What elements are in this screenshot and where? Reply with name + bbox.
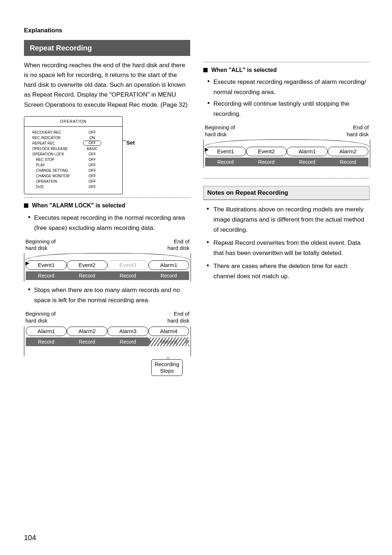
event-segment: Alarm2 — [67, 327, 108, 336]
all-bullet: Recording will continue lastingly until … — [213, 99, 369, 119]
menu-value: OFF — [83, 173, 101, 179]
alarm-lock-title: When "ALARM LOCK" is selected — [32, 202, 125, 210]
note-item: Repeat Record overwrites from the oldest… — [213, 238, 369, 258]
label-begin: Beginning of hard disk — [25, 238, 56, 252]
diagram-alarmlock-1: Beginning of hard disk End of hard disk … — [24, 238, 191, 282]
event-segment: Alarm3 — [107, 327, 148, 336]
notes-heading: Notes on Repeat Recording — [203, 186, 369, 200]
alarm-lock-heading: When "ALARM LOCK" is selected — [24, 202, 190, 210]
record-bar: Record — [328, 158, 369, 166]
label-end: End of hard disk — [167, 238, 189, 252]
divider — [203, 62, 369, 62]
all-bullet: Execute repeat recording regardless of a… — [213, 77, 369, 97]
menu-label: OPELOCK RELEASE — [32, 146, 83, 151]
menu-value: OFF — [83, 151, 101, 157]
menu-value: OFF — [83, 141, 101, 146]
menu-label: OPERATION LOCK — [32, 151, 83, 157]
event-segment: Event2 — [67, 260, 108, 270]
alarm-lock-bullet: Executes repeat recording in the normal … — [34, 213, 190, 233]
all-title: When "ALL" is selected — [211, 66, 277, 74]
event-segment: Alarm1 — [148, 260, 189, 270]
record-bar: Record — [287, 158, 328, 166]
event-segment: Event2 — [246, 147, 287, 156]
set-connector — [122, 141, 126, 141]
all-heading: When "ALL" is selected — [203, 66, 369, 74]
menu-row: DVDOFF — [32, 184, 117, 190]
record-bar: Record — [26, 271, 67, 280]
note-item: There are cases where the deletion time … — [213, 261, 369, 281]
menu-label: REC INDICATOR — [32, 135, 83, 141]
recording-stops-bubble: Recording Stops — [151, 359, 183, 376]
menu-value: OFF — [83, 184, 101, 190]
event-segment: Alarm4 — [148, 327, 189, 336]
intro-paragraph: When recording reaches the end of the ha… — [24, 60, 190, 110]
alarm-lock-bullet-2: Stops when there are too many alarm reco… — [34, 285, 190, 305]
menu-label: OPERATION — [32, 179, 83, 184]
record-bar: Record — [67, 271, 108, 280]
record-bar: Record — [26, 337, 67, 346]
menu-label: REPEAT REC — [32, 141, 83, 146]
record-bar: Record — [148, 271, 189, 280]
menu-label: CHANGE SETTING — [32, 168, 83, 173]
record-bar: Record — [107, 271, 148, 280]
divider — [24, 197, 190, 198]
diagram-all: Beginning of hard disk End of hard disk … — [203, 124, 370, 168]
playhead-icon: ▶ — [25, 260, 29, 267]
event-segment: Event3 — [107, 260, 148, 270]
menu-label: REC STOP — [32, 157, 83, 162]
page-number: 104 — [24, 532, 36, 543]
menu-row: CHANGE SETTINGOFF — [32, 168, 117, 173]
menu-value: OFF — [83, 157, 101, 162]
menu-row: REPEAT RECOFF — [32, 141, 117, 146]
record-bar: Record — [67, 337, 108, 346]
menu-value: BASIC — [83, 146, 101, 151]
operation-menu-title: OPERATION — [24, 117, 122, 127]
menu-row: REC STOPOFF — [32, 157, 117, 162]
menu-value: OFF — [83, 130, 101, 135]
menu-row: REC INDICATORON — [32, 135, 117, 141]
menu-value: OFF — [83, 168, 101, 173]
label-end: End of hard disk — [167, 311, 189, 324]
menu-label: RECOVERY REC — [32, 130, 83, 135]
menu-row: PLAYOFF — [32, 162, 117, 168]
record-bar: Record — [246, 158, 287, 166]
menu-row: CHANGE MONITOROFF — [32, 173, 117, 179]
diagram-alarmlock-2: Beginning of hard disk End of hard disk … — [24, 311, 191, 356]
section-explanations: Explanations — [24, 26, 370, 35]
set-label: Set — [126, 139, 135, 146]
divider — [203, 178, 369, 179]
record-bar: Record — [107, 337, 148, 346]
menu-row: OPERATION LOCKOFF — [32, 151, 117, 157]
label-begin: Beginning of hard disk — [205, 124, 235, 138]
label-begin: Beginning of hard disk — [25, 311, 56, 324]
menu-row: RECOVERY RECOFF — [32, 130, 117, 135]
repeat-recording-heading: Repeat Recording — [24, 40, 190, 56]
menu-row: OPELOCK RELEASEBASIC — [32, 146, 117, 151]
operation-menu: OPERATION RECOVERY RECOFFREC INDICATORON… — [24, 116, 123, 194]
menu-value: OFF — [83, 179, 101, 184]
note-item: The illustrations above on recording mod… — [213, 204, 369, 235]
event-segment: Alarm1 — [287, 147, 328, 156]
menu-row: OPERATIONOFF — [32, 179, 117, 184]
playhead-icon: ▶ — [205, 146, 209, 153]
record-bar: Record — [205, 158, 246, 166]
menu-label: PLAY — [32, 162, 83, 168]
menu-value: ON — [83, 135, 101, 141]
menu-label: CHANGE MONITOR — [32, 173, 83, 179]
event-segment: Event1 — [26, 260, 67, 270]
event-segment: Alarm2 — [328, 147, 369, 156]
menu-value: OFF — [83, 162, 101, 168]
label-end: End of hard disk — [347, 124, 369, 138]
event-segment: Alarm1 — [26, 327, 67, 336]
record-bar: Record — [148, 337, 189, 346]
menu-label: DVD — [32, 184, 83, 190]
event-segment: Event1 — [205, 147, 246, 156]
